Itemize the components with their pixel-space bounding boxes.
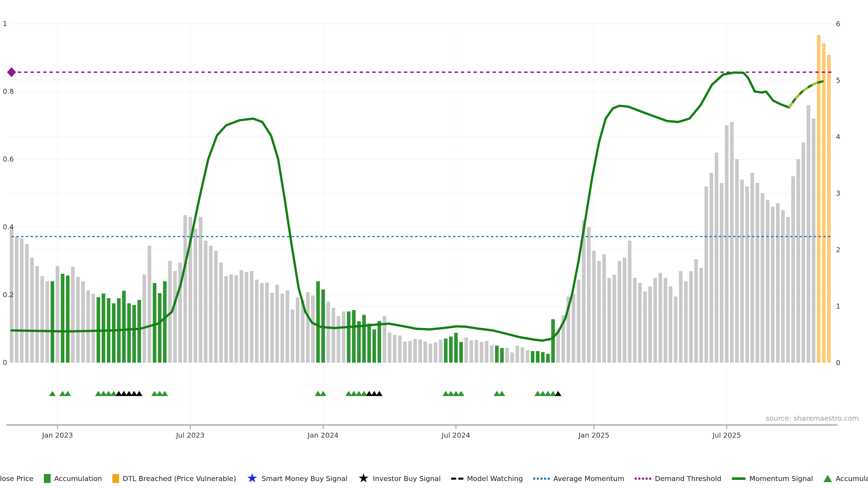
bar-accumulation[interactable] bbox=[163, 281, 166, 363]
bar-close-price[interactable] bbox=[715, 153, 718, 363]
bar-close-price[interactable] bbox=[250, 271, 253, 363]
bar-close-price[interactable] bbox=[209, 246, 213, 363]
legend-item-investor-buy-signal[interactable]: ★ Investor Buy Signal bbox=[358, 474, 441, 483]
accumulation-triangle-marker[interactable] bbox=[315, 391, 321, 396]
bar-close-price[interactable] bbox=[143, 274, 146, 363]
bar-close-price[interactable] bbox=[475, 340, 478, 363]
bar-accumulation[interactable] bbox=[362, 315, 366, 363]
bar-accumulation[interactable] bbox=[61, 274, 64, 363]
bar-accumulation[interactable] bbox=[500, 348, 504, 363]
bar-close-price[interactable] bbox=[740, 180, 744, 363]
investor-signal-marker[interactable] bbox=[371, 391, 377, 396]
accumulation-triangle-marker[interactable] bbox=[162, 391, 168, 396]
accumulation-triangle-marker[interactable] bbox=[111, 391, 117, 396]
bar-close-price[interactable] bbox=[15, 236, 19, 363]
bar-accumulation[interactable] bbox=[51, 281, 54, 363]
bar-close-price[interactable] bbox=[71, 267, 74, 363]
bar-accumulation[interactable] bbox=[536, 351, 539, 363]
bar-accumulation[interactable] bbox=[112, 303, 116, 363]
bar-close-price[interactable] bbox=[306, 292, 310, 363]
bar-close-price[interactable] bbox=[199, 217, 202, 363]
bar-close-price[interactable] bbox=[592, 251, 596, 363]
bar-close-price[interactable] bbox=[577, 280, 581, 363]
bar-close-price[interactable] bbox=[342, 312, 345, 363]
accumulation-triangle-marker[interactable] bbox=[361, 391, 367, 396]
bar-close-price[interactable] bbox=[388, 332, 391, 363]
investor-signal-marker[interactable] bbox=[131, 391, 137, 396]
accumulation-triangle-marker[interactable] bbox=[151, 391, 158, 396]
bar-close-price[interactable] bbox=[638, 283, 642, 363]
legend-item-close-price[interactable]: Close Price bbox=[0, 474, 33, 483]
bar-close-price[interactable] bbox=[92, 294, 95, 363]
bar-close-price[interactable] bbox=[700, 268, 703, 363]
bar-close-price[interactable] bbox=[515, 346, 519, 363]
bar-dtl-breached[interactable] bbox=[817, 35, 820, 363]
bar-accumulation[interactable] bbox=[122, 291, 126, 363]
bar-close-price[interactable] bbox=[219, 263, 223, 363]
investor-signal-marker[interactable] bbox=[121, 391, 127, 396]
bar-close-price[interactable] bbox=[684, 281, 688, 363]
bar-close-price[interactable] bbox=[20, 238, 24, 363]
legend-item-dtl-breached[interactable]: DTL Breached (Price Vulnerable) bbox=[112, 474, 236, 483]
accumulation-triangle-marker[interactable] bbox=[447, 391, 454, 396]
bar-accumulation[interactable] bbox=[454, 333, 458, 363]
accumulation-triangle-marker[interactable] bbox=[355, 391, 362, 396]
bar-accumulation[interactable] bbox=[546, 354, 550, 363]
accumulation-triangle-marker[interactable] bbox=[534, 391, 541, 396]
bar-close-price[interactable] bbox=[623, 258, 626, 363]
bar-close-price[interactable] bbox=[781, 210, 785, 363]
bar-close-price[interactable] bbox=[40, 276, 44, 363]
bar-close-price[interactable] bbox=[771, 207, 774, 363]
accumulation-triangle-marker[interactable] bbox=[494, 391, 500, 396]
bar-close-price[interactable] bbox=[633, 278, 637, 363]
bar-accumulation[interactable] bbox=[367, 324, 371, 363]
accumulation-triangle-marker[interactable] bbox=[453, 391, 459, 396]
bar-close-price[interactable] bbox=[521, 348, 524, 363]
bar-close-price[interactable] bbox=[792, 176, 795, 363]
bar-close-price[interactable] bbox=[337, 316, 340, 363]
investor-signal-marker[interactable] bbox=[136, 391, 143, 396]
bar-accumulation[interactable] bbox=[66, 275, 70, 363]
bar-accumulation[interactable] bbox=[158, 293, 161, 363]
legend-item-momentum-signal[interactable]: Momentum Signal bbox=[732, 475, 813, 483]
bar-accumulation[interactable] bbox=[357, 321, 361, 363]
accumulation-triangle-marker[interactable] bbox=[59, 391, 66, 396]
bar-accumulation[interactable] bbox=[127, 303, 131, 363]
bar-close-price[interactable] bbox=[730, 122, 734, 363]
bar-accumulation[interactable] bbox=[444, 339, 447, 363]
bar-dtl-breached[interactable] bbox=[822, 43, 826, 363]
bar-close-price[interactable] bbox=[255, 280, 258, 363]
bar-close-price[interactable] bbox=[81, 281, 85, 363]
bar-close-price[interactable] bbox=[643, 291, 647, 363]
bar-accumulation[interactable] bbox=[495, 346, 499, 363]
bar-close-price[interactable] bbox=[674, 297, 677, 363]
bar-close-price[interactable] bbox=[35, 266, 39, 363]
bar-close-price[interactable] bbox=[725, 125, 728, 363]
bar-close-price[interactable] bbox=[173, 271, 177, 363]
legend-item-smart-money-buy-signal[interactable]: ★ Smart Money Buy Signal bbox=[247, 474, 348, 483]
accumulation-triangle-marker[interactable] bbox=[545, 391, 551, 396]
bar-close-price[interactable] bbox=[720, 183, 723, 363]
bar-close-price[interactable] bbox=[602, 254, 606, 363]
bar-close-price[interactable] bbox=[281, 293, 284, 363]
accumulation-triangle-marker[interactable] bbox=[458, 391, 464, 396]
bar-accumulation[interactable] bbox=[449, 337, 453, 363]
bar-close-price[interactable] bbox=[807, 105, 810, 363]
bar-close-price[interactable] bbox=[766, 200, 770, 363]
bar-close-price[interactable] bbox=[776, 203, 780, 363]
bar-close-price[interactable] bbox=[332, 308, 335, 363]
bar-close-price[interactable] bbox=[480, 342, 483, 363]
bar-close-price[interactable] bbox=[265, 283, 269, 363]
bar-close-price[interactable] bbox=[403, 341, 407, 363]
bar-close-price[interactable] bbox=[235, 275, 238, 363]
bar-close-price[interactable] bbox=[413, 339, 417, 363]
bar-close-price[interactable] bbox=[429, 344, 432, 363]
bar-close-price[interactable] bbox=[76, 277, 80, 363]
bar-close-price[interactable] bbox=[485, 341, 489, 363]
bar-close-price[interactable] bbox=[439, 339, 442, 363]
bar-close-price[interactable] bbox=[418, 339, 422, 363]
accumulation-triangle-marker[interactable] bbox=[499, 391, 505, 396]
bar-close-price[interactable] bbox=[464, 337, 468, 363]
bar-close-price[interactable] bbox=[628, 240, 631, 363]
bar-close-price[interactable] bbox=[705, 186, 708, 363]
